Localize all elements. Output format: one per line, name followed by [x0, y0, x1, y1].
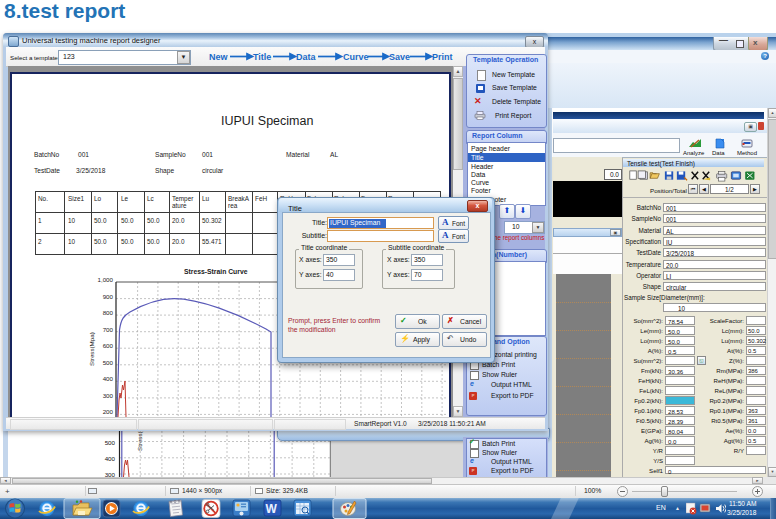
svg-text:20.0: 20.0 [172, 217, 185, 224]
svg-text:Save: Save [389, 52, 410, 62]
svg-text:001: 001 [202, 151, 213, 158]
svg-text:Size1: Size1 [68, 195, 84, 202]
svg-text:New: New [209, 52, 229, 62]
svg-text:300: 300 [103, 392, 114, 399]
svg-text:20.0: 20.0 [172, 238, 185, 245]
svg-text:Material: Material [286, 151, 310, 158]
svg-text:BatchNo: BatchNo [34, 151, 60, 158]
svg-text:400: 400 [103, 375, 114, 382]
svg-text:Data: Data [296, 52, 317, 62]
svg-text:No.: No. [38, 195, 48, 202]
svg-text:1,000: 1,000 [98, 276, 114, 283]
svg-text:Curve: Curve [343, 52, 369, 62]
svg-text:50.0: 50.0 [94, 217, 107, 224]
svg-text:2: 2 [38, 238, 42, 245]
svg-text:55.471: 55.471 [202, 238, 222, 245]
svg-text:400: 400 [105, 455, 116, 462]
svg-text:10: 10 [68, 238, 76, 245]
svg-text:Print: Print [432, 52, 453, 62]
svg-text:IUPUI Speciman: IUPUI Speciman [221, 114, 313, 128]
svg-text:Title: Title [253, 52, 271, 62]
svg-text:900: 900 [103, 293, 114, 300]
svg-text:TestDate: TestDate [34, 167, 60, 174]
svg-text:SampleNo: SampleNo [155, 151, 186, 159]
svg-text:BreakA: BreakA [228, 195, 250, 202]
svg-text:Lo: Lo [94, 195, 102, 202]
svg-text:AL: AL [330, 151, 338, 158]
svg-text:50.0: 50.0 [94, 238, 107, 245]
svg-text:Stress(Mpa): Stress(Mpa) [88, 332, 95, 366]
svg-text:Stress-Strain Curve: Stress-Strain Curve [184, 268, 248, 275]
svg-text:50.0: 50.0 [121, 238, 134, 245]
svg-text:ature: ature [172, 202, 187, 209]
svg-text:Shape: Shape [155, 167, 174, 175]
svg-text:rea: rea [228, 202, 238, 209]
svg-text:circular: circular [202, 167, 224, 174]
svg-text:50.0: 50.0 [147, 217, 160, 224]
svg-text:Le: Le [121, 195, 129, 202]
svg-text:800: 800 [103, 309, 114, 316]
svg-text:50.0: 50.0 [147, 238, 160, 245]
svg-text:W: W [266, 502, 278, 516]
svg-text:700: 700 [103, 326, 114, 333]
svg-text:50.302: 50.302 [202, 217, 222, 224]
svg-text:200: 200 [103, 408, 114, 415]
svg-text:Lu: Lu [202, 195, 210, 202]
svg-text:1: 1 [38, 217, 42, 224]
svg-text:001: 001 [78, 151, 89, 158]
svg-text:10: 10 [68, 217, 76, 224]
svg-text:FeH: FeH [255, 195, 267, 202]
svg-text:Lc: Lc [147, 195, 155, 202]
svg-text:500: 500 [105, 439, 116, 446]
svg-text:600: 600 [103, 342, 114, 349]
svg-text:3/25/2018: 3/25/2018 [76, 167, 106, 174]
svg-text:Stress(M: Stress(M [136, 431, 143, 451]
svg-text:500: 500 [103, 359, 114, 366]
svg-text:50.0: 50.0 [121, 217, 134, 224]
